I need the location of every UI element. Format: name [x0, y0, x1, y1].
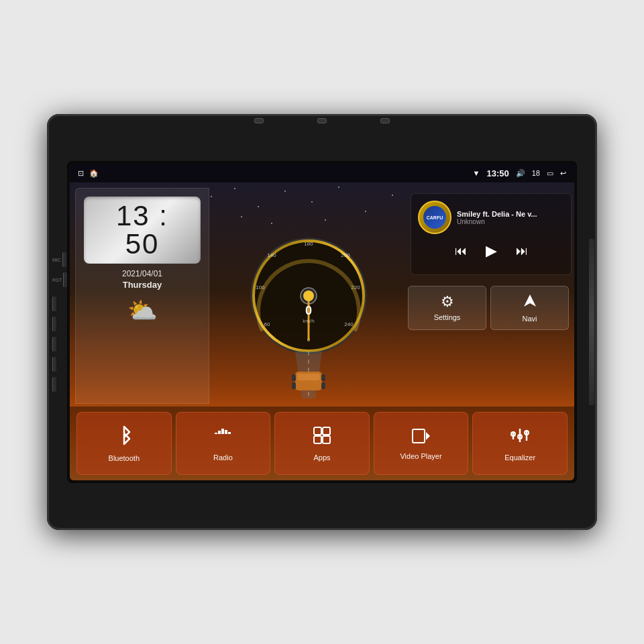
- apps-icon: [313, 426, 331, 449]
- apps-label: Apps: [313, 453, 330, 462]
- prev-button[interactable]: ⏮: [452, 241, 470, 261]
- music-artist: Unknown: [457, 218, 564, 225]
- status-bar: ⊡ 🏠 ▼ 13:50 🔊 18 ▭ ↩: [70, 164, 574, 182]
- music-track-info: CARFU Smiley ft. Delia - Ne v... Unknown: [418, 201, 564, 234]
- weather-icon: ⛅: [127, 297, 158, 325]
- svg-rect-26: [218, 431, 221, 434]
- svg-rect-34: [413, 429, 425, 443]
- settings-navi-row: ⚙ Settings Navi: [408, 286, 569, 330]
- status-left-icons: ⊡ 🏠: [78, 169, 99, 178]
- svg-rect-22: [292, 382, 296, 389]
- video-label: Video Player: [400, 452, 441, 460]
- top-section: 13 : 50 2021/04/01 Thursday ⛅: [70, 182, 574, 407]
- clock-date: 2021/04/01: [122, 269, 162, 278]
- album-art: CARFU: [418, 201, 451, 234]
- hw-btn-vol-down[interactable]: [52, 377, 56, 392]
- clock-time: 13 : 50: [95, 202, 190, 258]
- hw-side-buttons: MIC RST: [52, 252, 67, 392]
- screen-bezel: ⊡ 🏠 ▼ 13:50 🔊 18 ▭ ↩: [67, 161, 577, 483]
- speedometer-svg: 0 60 100 140 180 200 220 240: [241, 229, 376, 363]
- equalizer-button[interactable]: Equalizer: [472, 412, 568, 475]
- navi-label: Navi: [522, 315, 537, 323]
- svg-rect-25: [215, 433, 217, 434]
- hw-btn-rst[interactable]: [63, 272, 67, 287]
- screen: ⊡ 🏠 ▼ 13:50 🔊 18 ▭ ↩: [70, 164, 574, 480]
- recent-apps-icon[interactable]: ⊡: [78, 169, 84, 178]
- clock-minutes: 50: [125, 228, 160, 260]
- svg-rect-21: [321, 374, 325, 381]
- clock-panel: 13 : 50 2021/04/01 Thursday ⛅: [75, 188, 209, 404]
- settings-icon: ⚙: [441, 293, 454, 311]
- svg-rect-27: [221, 429, 224, 434]
- clock-display: 13 : 50: [84, 197, 201, 264]
- svg-rect-19: [297, 374, 320, 380]
- hw-btn-home[interactable]: [52, 317, 56, 331]
- bluetooth-icon: [115, 425, 133, 450]
- top-knob-right: [380, 118, 390, 123]
- play-button[interactable]: ▶: [483, 239, 500, 262]
- back-icon[interactable]: ↩: [560, 169, 566, 178]
- svg-rect-31: [323, 427, 330, 435]
- right-ridge: [589, 239, 594, 405]
- apps-button[interactable]: Apps: [274, 412, 370, 475]
- svg-marker-24: [524, 294, 536, 307]
- navi-button[interactable]: Navi: [490, 286, 569, 330]
- svg-marker-35: [426, 432, 430, 440]
- clock-day: Thursday: [123, 280, 162, 290]
- bottom-row: Bluetooth Rad: [70, 407, 574, 480]
- next-button[interactable]: ⏭: [513, 241, 531, 261]
- hw-btn-vol-up[interactable]: [52, 357, 56, 372]
- svg-text:140: 140: [267, 252, 276, 258]
- bluetooth-label: Bluetooth: [109, 454, 140, 462]
- svg-rect-33: [323, 436, 330, 443]
- music-controls: ⏮ ▶ ⏭: [418, 239, 564, 262]
- right-panel: CARFU Smiley ft. Delia - Ne v... Unknown…: [408, 188, 569, 404]
- radio-button[interactable]: Radio: [176, 412, 271, 475]
- hw-btn-mic[interactable]: [62, 252, 66, 267]
- hw-btn-back[interactable]: [52, 337, 56, 352]
- wifi-icon: ▼: [473, 169, 480, 177]
- top-knobs: [254, 118, 390, 123]
- status-time: 13:50: [487, 168, 509, 178]
- top-knob-left: [254, 118, 264, 123]
- bluetooth-button[interactable]: Bluetooth: [76, 412, 172, 475]
- music-text: Smiley ft. Delia - Ne v... Unknown: [457, 210, 564, 225]
- car-unit: MIC RST ⊡ 🏠 ▼ 13:50 🔊: [47, 114, 597, 530]
- svg-text:0: 0: [305, 304, 312, 317]
- carfu-logo: CARFU: [423, 206, 446, 229]
- settings-label: Settings: [434, 313, 461, 321]
- radio-icon: [213, 426, 232, 449]
- svg-text:km/h: km/h: [303, 318, 314, 324]
- hw-btn-power[interactable]: [52, 297, 56, 311]
- svg-rect-30: [314, 427, 321, 435]
- volume-icon: 🔊: [516, 169, 525, 178]
- svg-rect-28: [225, 430, 227, 434]
- equalizer-icon: [511, 426, 529, 449]
- clock-hours: 13: [116, 200, 150, 231]
- svg-text:180: 180: [304, 241, 313, 247]
- video-icon: [412, 427, 431, 448]
- svg-rect-29: [228, 432, 231, 434]
- clock-colon: :: [150, 200, 168, 231]
- navi-icon: [523, 293, 537, 312]
- svg-rect-32: [314, 436, 321, 443]
- radio-label: Radio: [213, 453, 233, 462]
- settings-button[interactable]: ⚙ Settings: [408, 286, 486, 330]
- video-button[interactable]: Video Player: [374, 412, 469, 475]
- main-content: 13 : 50 2021/04/01 Thursday ⛅: [70, 182, 574, 480]
- svg-text:200: 200: [341, 252, 350, 258]
- music-panel: CARFU Smiley ft. Delia - Ne v... Unknown…: [411, 193, 572, 275]
- road-scene: [255, 352, 362, 398]
- battery-icon: ▭: [547, 169, 553, 178]
- speedometer-panel: 0 60 100 140 180 200 220 240: [215, 188, 402, 404]
- status-right-icons: ▼ 13:50 🔊 18 ▭ ↩: [473, 168, 566, 178]
- svg-rect-20: [292, 374, 296, 381]
- svg-rect-23: [321, 382, 325, 389]
- svg-text:60: 60: [264, 321, 270, 327]
- svg-point-13: [303, 290, 314, 301]
- top-knob-center: [317, 118, 327, 123]
- music-title: Smiley ft. Delia - Ne v...: [457, 210, 564, 218]
- volume-value: 18: [532, 169, 540, 177]
- home-icon[interactable]: 🏠: [89, 169, 99, 178]
- svg-text:240: 240: [344, 321, 354, 327]
